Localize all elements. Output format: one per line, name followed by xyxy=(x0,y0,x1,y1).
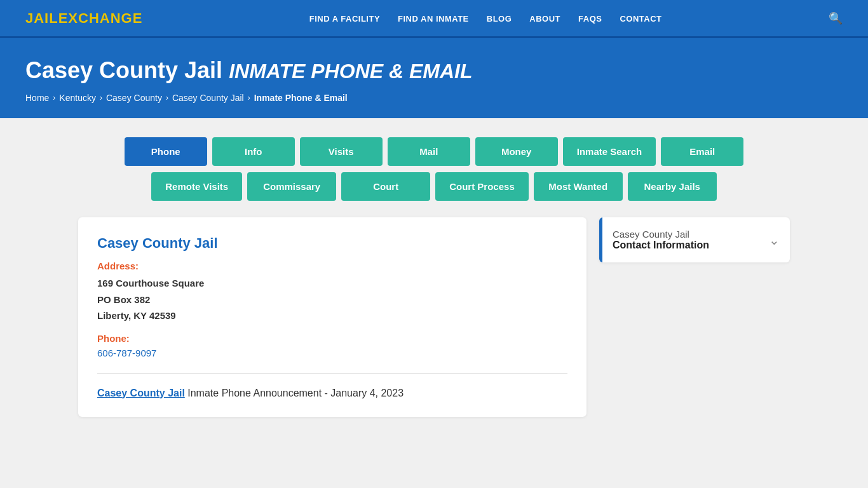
address-line3: Liberty, KY 42539 xyxy=(97,308,567,324)
phone-label: Phone: xyxy=(97,333,567,344)
logo-exchange: EXCHANGE xyxy=(58,10,143,26)
main-content: PhoneInfoVisitsMailMoneyInmate SearchEma… xyxy=(65,137,803,417)
tab-nearby-jails[interactable]: Nearby Jails xyxy=(628,172,717,201)
breadcrumb-current: Inmate Phone & Email xyxy=(254,93,348,103)
tab-remote-visits[interactable]: Remote Visits xyxy=(151,172,242,201)
sidebar-card-header: Casey County Jail Contact Information ⌄ xyxy=(599,217,790,262)
address-line1: 169 Courthouse Square xyxy=(97,275,567,292)
breadcrumb-separator: › xyxy=(100,93,102,102)
tab-money[interactable]: Money xyxy=(475,137,558,166)
hero-banner: Casey County Jail INMATE PHONE & EMAIL H… xyxy=(0,38,868,118)
tabs-row-1: PhoneInfoVisitsMailMoneyInmate SearchEma… xyxy=(78,137,790,166)
breadcrumb-link[interactable]: Casey County xyxy=(106,93,162,103)
tab-visits[interactable]: Visits xyxy=(300,137,383,166)
nav-link-faqs[interactable]: FAQs xyxy=(578,14,602,24)
breadcrumb: Home›Kentucky›Casey County›Casey County … xyxy=(25,93,843,103)
tab-court-process[interactable]: Court Process xyxy=(435,172,529,201)
logo-jail: JAIL xyxy=(25,10,58,26)
sidebar-card-titles: Casey County Jail Contact Information xyxy=(613,229,709,251)
nav-link-contact[interactable]: CONTACT xyxy=(620,14,661,24)
breadcrumb-link[interactable]: Kentucky xyxy=(59,93,96,103)
tab-info[interactable]: Info xyxy=(212,137,295,166)
nav-link-blog[interactable]: BLOG xyxy=(487,14,512,24)
address-label: Address: xyxy=(97,261,567,271)
tab-inmate-search[interactable]: Inmate Search xyxy=(563,137,656,166)
breadcrumb-separator: › xyxy=(166,93,168,102)
nav-links: FIND A FACILITYFIND AN INMATEBLOGABOUTFA… xyxy=(309,13,662,24)
card-divider xyxy=(97,373,567,374)
sidebar-bottom-label: Contact Information xyxy=(613,240,709,251)
tab-most-wanted[interactable]: Most Wanted xyxy=(534,172,623,201)
breadcrumb-link[interactable]: Home xyxy=(25,93,49,103)
nav-link-find-a-facility[interactable]: FIND A FACILITY xyxy=(309,14,380,24)
tab-mail[interactable]: Mail xyxy=(388,137,470,166)
sidebar-contact-card: Casey County Jail Contact Information ⌄ xyxy=(599,217,790,262)
tab-phone[interactable]: Phone xyxy=(125,137,207,166)
tab-court[interactable]: Court xyxy=(341,172,430,201)
nav-link-find-an-inmate[interactable]: FIND AN INMATE xyxy=(398,14,469,24)
breadcrumb-separator: › xyxy=(53,93,55,102)
announcement-text: Inmate Phone Announcement - January 4, 2… xyxy=(185,388,403,398)
main-grid: Casey County Jail Address: 169 Courthous… xyxy=(78,217,790,417)
chevron-down-icon[interactable]: ⌄ xyxy=(769,233,780,248)
breadcrumb-separator: › xyxy=(248,93,250,102)
phone-number[interactable]: 606-787-9097 xyxy=(97,348,156,358)
address-line2: PO Box 382 xyxy=(97,292,567,308)
tab-email[interactable]: Email xyxy=(661,137,743,166)
facility-card: Casey County Jail Address: 169 Courthous… xyxy=(78,217,587,417)
search-icon[interactable]: 🔍 xyxy=(829,11,843,25)
announcement-title: Casey County Jail Inmate Phone Announcem… xyxy=(97,388,567,399)
tab-commissary[interactable]: Commissary xyxy=(247,172,336,201)
sidebar-top-label: Casey County Jail xyxy=(613,229,709,240)
announcement-facility-link[interactable]: Casey County Jail xyxy=(97,388,185,398)
right-sidebar: Casey County Jail Contact Information ⌄ xyxy=(599,217,790,262)
page-title: Casey County Jail INMATE PHONE & EMAIL xyxy=(25,57,843,84)
navbar: JAILEXCHANGE FIND A FACILITYFIND AN INMA… xyxy=(0,0,868,38)
address-lines: 169 Courthouse Square PO Box 382 Liberty… xyxy=(97,275,567,324)
site-logo[interactable]: JAILEXCHANGE xyxy=(25,10,142,27)
facility-name: Casey County Jail xyxy=(97,235,567,252)
nav-link-about[interactable]: ABOUT xyxy=(529,14,560,24)
tabs-row-2: Remote VisitsCommissaryCourtCourt Proces… xyxy=(78,172,790,201)
breadcrumb-link[interactable]: Casey County Jail xyxy=(172,93,244,103)
